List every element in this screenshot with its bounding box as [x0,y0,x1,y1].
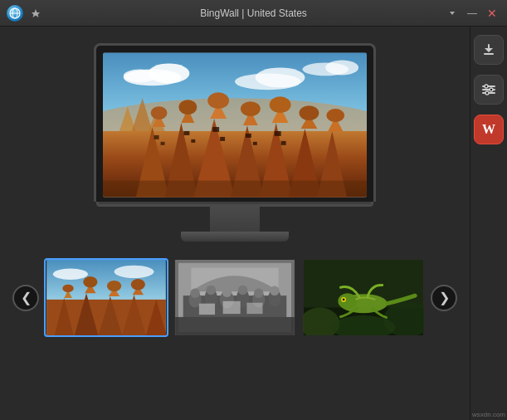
svg-rect-83 [199,304,215,315]
svg-point-51 [53,269,88,280]
svg-point-94 [338,293,357,309]
main-area: ❮ [0,27,507,420]
svg-marker-3 [32,9,40,17]
prev-button[interactable]: ❮ [12,285,39,311]
titlebar-controls: — ✕ [444,5,500,22]
thumbnail-list [43,258,427,337]
svg-rect-45 [246,134,251,138]
svg-point-56 [62,285,73,293]
svg-point-76 [222,288,232,297]
svg-rect-84 [223,301,241,314]
titlebar-title: BingWall | United States [200,7,307,19]
svg-point-74 [207,286,216,295]
monitor-neck [210,207,260,232]
svg-rect-41 [183,131,189,135]
right-sidebar: W [470,27,507,420]
svg-rect-99 [488,44,490,50]
titlebar: BingWall | United States — ✕ [0,0,507,27]
monitor-display [94,43,376,242]
svg-marker-4 [450,12,455,15]
titlebar-left [7,5,43,22]
svg-rect-97 [484,53,494,55]
dropdown-btn[interactable] [444,5,461,22]
svg-rect-48 [281,141,286,145]
wps-button[interactable]: W [474,115,504,144]
svg-point-59 [83,276,97,287]
thumb-group-img [174,260,295,335]
svg-point-35 [300,105,319,120]
monitor-screen [103,52,367,198]
svg-point-12 [325,60,358,75]
svg-rect-47 [275,131,281,136]
thumbnail-strip: ❮ [8,258,461,337]
svg-point-65 [131,279,145,290]
center-panel: ❮ [0,27,470,420]
thumbnail-item[interactable] [173,258,297,337]
svg-point-72 [190,288,199,297]
svg-point-105 [485,91,489,95]
svg-point-20 [151,106,168,120]
svg-rect-39 [154,135,159,139]
minimize-btn[interactable]: — [464,5,480,22]
thumbnail-item[interactable] [44,258,168,337]
monitor-bezel [94,43,376,202]
pin-icon[interactable] [28,6,43,21]
svg-point-32 [270,96,291,113]
svg-rect-42 [191,139,195,143]
svg-point-96 [343,298,345,300]
download-button[interactable] [474,35,504,65]
svg-rect-49 [103,181,367,198]
svg-rect-46 [253,142,257,145]
settings-button[interactable] [474,75,504,105]
thumb-lizard-img [303,260,424,335]
thumbnail-item[interactable] [301,258,426,337]
settings-icon [481,82,496,97]
svg-rect-43 [212,127,219,132]
svg-point-8 [124,69,157,82]
svg-point-10 [256,67,305,87]
watermark: wsxdn.com [472,411,505,418]
svg-rect-40 [161,142,165,145]
svg-point-101 [485,85,488,88]
svg-point-29 [241,101,261,116]
app-icon [7,5,23,22]
svg-point-103 [490,88,493,91]
next-button[interactable]: ❯ [431,285,457,311]
svg-point-23 [178,100,197,115]
download-icon [481,42,496,57]
wallpaper-preview [103,52,367,198]
close-btn[interactable]: ✕ [484,5,500,22]
monitor-stand [181,232,289,242]
svg-point-26 [207,92,229,109]
svg-point-52 [115,266,154,278]
thumb-cappadocia-img [46,260,167,335]
svg-rect-44 [220,137,225,141]
svg-point-38 [326,109,344,122]
svg-point-80 [254,288,263,297]
svg-point-62 [107,281,121,291]
svg-point-78 [238,286,247,295]
svg-point-82 [270,286,279,295]
svg-rect-85 [246,303,262,314]
